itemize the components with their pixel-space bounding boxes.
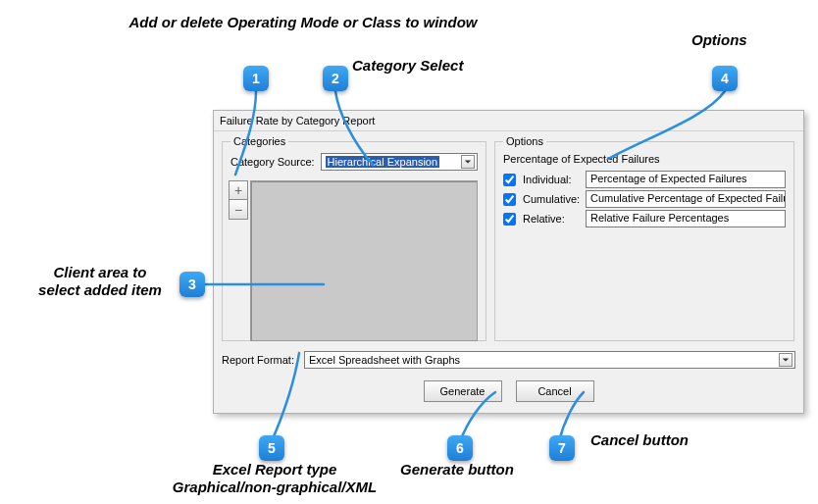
relative-field[interactable]: Relative Failure Percentages	[586, 210, 786, 227]
plus-icon: +	[234, 183, 242, 197]
option-row-relative: Relative: Relative Failure Percentages	[503, 210, 786, 227]
categories-legend: Categories	[230, 135, 288, 147]
badge-3: 3	[179, 272, 205, 297]
options-legend: Options	[503, 135, 546, 147]
annotation-cancel: Cancel button	[590, 431, 689, 449]
annotation-generate: Generate button	[400, 461, 514, 479]
individual-label: Individual:	[523, 174, 582, 185]
badge-6: 6	[447, 435, 473, 461]
add-button[interactable]: +	[229, 180, 248, 200]
remove-button[interactable]: −	[229, 200, 248, 220]
relative-label: Relative:	[523, 213, 582, 225]
category-list-area[interactable]	[250, 180, 478, 341]
generate-button[interactable]: Generate	[424, 380, 502, 402]
annotation-add-delete: Add or delete Operating Mode or Class to…	[102, 14, 504, 31]
options-group: Options Percentage of Expected Failures …	[494, 135, 794, 341]
individual-checkbox[interactable]	[503, 174, 516, 186]
annotation-category-select: Category Select	[352, 57, 463, 75]
category-source-value: Hierarchical Expansion	[326, 156, 440, 168]
badge-2: 2	[323, 66, 348, 91]
category-source-dropdown[interactable]: Hierarchical Expansion	[321, 153, 478, 171]
option-row-individual: Individual: Percentage of Expected Failu…	[503, 171, 786, 188]
annotation-client-area: Client area to select added item	[22, 264, 179, 299]
dialog-failure-rate-report: Failure Rate by Category Report Categori…	[213, 110, 804, 414]
cumulative-label: Cumulative:	[523, 193, 582, 205]
report-format-dropdown[interactable]: Excel Spreadsheet with Graphs	[304, 351, 795, 369]
cancel-button[interactable]: Cancel	[516, 380, 594, 402]
badge-1: 1	[243, 66, 269, 91]
chevron-down-icon	[779, 353, 792, 367]
minus-icon: −	[234, 203, 242, 217]
dialog-button-bar: Generate Cancel	[214, 380, 803, 402]
annotation-report-type: Excel Report type Graphical/non-graphica…	[147, 461, 402, 496]
badge-7: 7	[549, 435, 575, 461]
annotation-options: Options	[691, 31, 747, 49]
cumulative-checkbox[interactable]	[503, 193, 516, 206]
categories-group: Categories Category Source: Hierarchical…	[222, 135, 486, 341]
dialog-title: Failure Rate by Category Report	[214, 111, 803, 131]
cumulative-field[interactable]: Cumulative Percentage of Expected Failur…	[586, 190, 786, 208]
report-format-value: Excel Spreadsheet with Graphs	[309, 354, 460, 366]
category-source-label: Category Source:	[230, 156, 315, 168]
individual-field[interactable]: Percentage of Expected Failures	[586, 171, 786, 188]
badge-4: 4	[712, 66, 738, 91]
options-heading: Percentage of Expected Failures	[503, 153, 786, 165]
chevron-down-icon	[461, 155, 475, 169]
report-format-label: Report Format:	[222, 354, 294, 366]
badge-5: 5	[259, 435, 284, 461]
relative-checkbox[interactable]	[503, 213, 516, 226]
option-row-cumulative: Cumulative: Cumulative Percentage of Exp…	[503, 190, 786, 208]
report-format-row: Report Format: Excel Spreadsheet with Gr…	[222, 351, 795, 369]
